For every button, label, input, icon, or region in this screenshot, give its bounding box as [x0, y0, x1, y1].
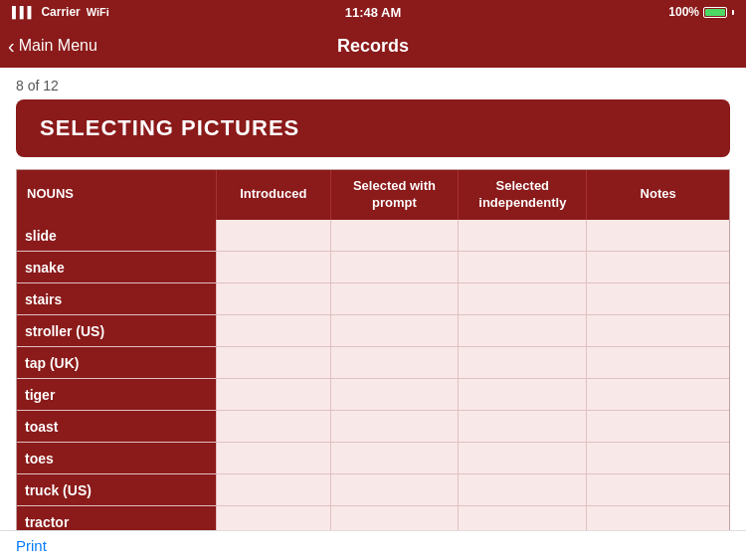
noun-cell: stairs: [17, 283, 216, 315]
back-button[interactable]: ‹ Main Menu: [8, 36, 97, 56]
status-time: 11:48 AM: [345, 5, 402, 20]
selected-independently-cell[interactable]: [459, 252, 587, 283]
noun-cell: tap (UK): [17, 347, 216, 379]
selected-with-prompt-cell[interactable]: [330, 474, 459, 506]
noun-cell: truck (US): [17, 474, 216, 506]
notes-cell[interactable]: [587, 443, 729, 474]
introduced-cell[interactable]: [216, 347, 330, 379]
carrier-label: Carrier: [41, 5, 80, 19]
battery-percent: 100%: [668, 5, 699, 19]
status-bar: ▌▌▌ Carrier WiFi 11:48 AM 100%: [0, 0, 746, 24]
selected-independently-cell[interactable]: [459, 315, 587, 347]
noun-cell: toast: [17, 411, 216, 443]
status-right: 100%: [668, 5, 734, 19]
selected-independently-cell[interactable]: [459, 347, 587, 379]
notes-cell[interactable]: [587, 347, 729, 379]
print-button[interactable]: Print: [16, 537, 47, 554]
selected-with-prompt-cell[interactable]: [330, 411, 459, 443]
back-arrow-icon: ‹: [8, 36, 15, 56]
table-header-row: NOUNS Introduced Selected with prompt Se…: [17, 170, 729, 220]
noun-cell: toes: [17, 443, 216, 474]
noun-cell: tiger: [17, 379, 216, 411]
col-header-introduced: Introduced: [216, 170, 330, 220]
table-row: stairs: [17, 283, 729, 315]
col-header-selected-with-prompt: Selected with prompt: [330, 170, 459, 220]
introduced-cell[interactable]: [216, 411, 330, 443]
selected-with-prompt-cell[interactable]: [330, 443, 459, 474]
section-header: SELECTING PICTURES: [16, 99, 730, 157]
notes-cell[interactable]: [587, 474, 729, 506]
table-row: toast: [17, 411, 729, 443]
nav-title: Records: [337, 36, 409, 57]
selected-independently-cell[interactable]: [459, 443, 587, 474]
signal-icon: ▌▌▌: [12, 6, 35, 18]
selected-independently-cell[interactable]: [459, 411, 587, 443]
battery-tip: [732, 10, 734, 15]
main-content: 8 of 12 SELECTING PICTURES NOUNS Introdu…: [0, 68, 746, 560]
battery-icon: [703, 7, 727, 18]
records-table: NOUNS Introduced Selected with prompt Se…: [16, 169, 730, 560]
table-row: stroller (US): [17, 315, 729, 347]
selected-with-prompt-cell[interactable]: [330, 347, 459, 379]
selected-with-prompt-cell[interactable]: [330, 379, 459, 411]
introduced-cell[interactable]: [216, 220, 330, 252]
noun-cell: snake: [17, 252, 216, 283]
footer: Print: [0, 530, 746, 560]
introduced-cell[interactable]: [216, 252, 330, 283]
wifi-icon: WiFi: [87, 6, 109, 18]
col-header-nouns: NOUNS: [17, 170, 216, 220]
introduced-cell[interactable]: [216, 315, 330, 347]
notes-cell[interactable]: [587, 379, 729, 411]
selected-independently-cell[interactable]: [459, 283, 587, 315]
notes-cell[interactable]: [587, 220, 729, 252]
back-label: Main Menu: [19, 37, 97, 55]
table-row: slide: [17, 220, 729, 252]
selected-with-prompt-cell[interactable]: [330, 283, 459, 315]
table-row: tap (UK): [17, 347, 729, 379]
introduced-cell[interactable]: [216, 443, 330, 474]
selected-independently-cell[interactable]: [459, 220, 587, 252]
col-header-selected-independently: Selected independently: [459, 170, 587, 220]
notes-cell[interactable]: [587, 315, 729, 347]
selected-independently-cell[interactable]: [459, 379, 587, 411]
notes-cell[interactable]: [587, 283, 729, 315]
selected-independently-cell[interactable]: [459, 474, 587, 506]
table-row: toes: [17, 443, 729, 474]
table-row: truck (US): [17, 474, 729, 506]
introduced-cell[interactable]: [216, 474, 330, 506]
selected-with-prompt-cell[interactable]: [330, 220, 459, 252]
table-row: snake: [17, 252, 729, 283]
notes-cell[interactable]: [587, 252, 729, 283]
noun-cell: slide: [17, 220, 216, 252]
notes-cell[interactable]: [587, 411, 729, 443]
introduced-cell[interactable]: [216, 283, 330, 315]
selected-with-prompt-cell[interactable]: [330, 252, 459, 283]
selected-with-prompt-cell[interactable]: [330, 315, 459, 347]
introduced-cell[interactable]: [216, 379, 330, 411]
nav-bar: ‹ Main Menu Records: [0, 24, 746, 68]
status-left: ▌▌▌ Carrier WiFi: [12, 5, 109, 19]
page-indicator: 8 of 12: [0, 68, 746, 99]
table-row: tiger: [17, 379, 729, 411]
col-header-notes: Notes: [587, 170, 729, 220]
noun-cell: stroller (US): [17, 315, 216, 347]
